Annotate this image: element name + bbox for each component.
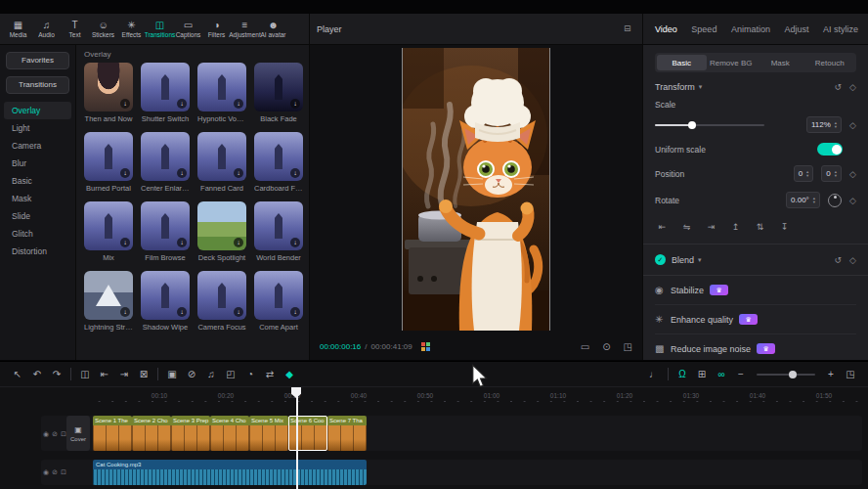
transition-card[interactable]: ↓Come Apart [254,271,303,332]
transition-card[interactable]: ↓Lightning Strike [84,271,133,332]
transition-card[interactable]: ↓Camera Focus [197,271,246,332]
sidebar-item-slide[interactable]: Slide [0,207,75,225]
subtab-remove-bg[interactable]: Remove BG [707,55,757,70]
zoom-in-icon[interactable]: + [821,365,841,384]
rotate-keyframe-icon[interactable]: ◇ [849,196,856,205]
reset-transform-icon[interactable]: ↺ [835,82,843,92]
caret-down-icon[interactable]: ▾ [835,125,837,129]
toolbar-media-button[interactable]: ▦Media [4,14,32,45]
chevron-down-icon[interactable]: ▾ [698,256,702,264]
track-mute-icon[interactable]: ⊘ [52,430,58,438]
reset-blend-icon[interactable]: ↺ [835,255,843,265]
link-clips-icon[interactable]: ∞ [712,365,731,384]
crop-icon[interactable]: ◰ [221,365,240,384]
track-toggle-icon[interactable]: ◉ [43,430,49,438]
toolbar-stickers-button[interactable]: ☺Stickers [89,14,117,45]
split-icon[interactable]: ◫ [75,365,95,384]
tab-animation[interactable]: Animation [731,24,770,34]
reduce-noise-row[interactable]: ▩ Reduce image noise ♛ [655,334,856,360]
transition-card[interactable]: ↓Film Browse [141,201,190,262]
align-right-button[interactable]: ⇥ [704,220,718,234]
stepper-carets[interactable]: ▴▾ [835,121,837,129]
caret-down-icon[interactable]: ▾ [806,174,808,178]
uniform-scale-toggle[interactable] [817,143,843,156]
subtab-mask[interactable]: Mask [756,55,805,70]
stabilize-row[interactable]: ◉ Stabilize ♛ [655,276,856,305]
transition-card[interactable]: ↓Fanned Card [197,132,246,193]
align-middle-v-button[interactable]: ⇅ [753,220,767,234]
trim-right-icon[interactable]: ⇥ [114,365,134,384]
toolbar-filters-button[interactable]: ◑Filters [202,14,231,45]
toolbar-effects-button[interactable]: ✳Effects [117,14,146,45]
video-clip[interactable]: Scene 4 Cho [210,416,249,451]
caret-down-icon[interactable]: ▾ [813,200,815,204]
tab-speed[interactable]: Speed [691,24,716,34]
undo-icon[interactable]: ↶ [27,365,47,384]
scale-value-input[interactable]: 112%▴▾ [806,116,842,133]
position-keyframe-icon[interactable]: ◇ [849,169,856,179]
sidebar-button-transitions[interactable]: Transitions [6,76,69,94]
mirror-icon[interactable]: ⇄ [260,365,280,384]
toolbar-transitions-button[interactable]: ◫Transitions [146,14,174,45]
transition-card[interactable]: ↓World Bender [254,201,303,262]
align-bottom-button[interactable]: ↧ [777,220,792,234]
sidebar-item-distortion[interactable]: Distortion [0,243,75,260]
transform-keyframe-icon[interactable]: ◇ [849,82,856,92]
transition-card[interactable]: ↓Center Enlarge [141,132,190,193]
video-clip-selected[interactable]: Scene 6 Coo [288,416,327,451]
sidebar-item-mask[interactable]: Mask [0,190,75,207]
toolbar-adjustment-button[interactable]: ≡Adjustment [231,14,259,45]
sidebar-button-favorites[interactable]: Favorites [6,52,69,69]
scale-keyframe-icon[interactable]: ◇ [849,120,856,130]
tab-ai-stylize[interactable]: AI stylize [823,24,858,34]
subtab-retouch[interactable]: Retouch [805,55,855,70]
tab-adjust[interactable]: Adjust [784,24,808,34]
trim-left-icon[interactable]: ⇤ [95,365,114,384]
video-preview[interactable] [402,48,550,331]
stepper-carets[interactable]: ▴▾ [835,170,837,178]
stepper-carets[interactable]: ▴▾ [806,170,808,178]
blend-keyframe-icon[interactable]: ◇ [849,255,856,265]
position-x-input[interactable]: 0▴▾ [794,165,814,182]
chevron-down-icon[interactable]: ▾ [699,83,703,91]
video-clip[interactable]: Scene 7 Tha [327,416,367,451]
voiceover-mic-icon[interactable]: ♩ [644,365,664,384]
toolbar-ai-avatar-button[interactable]: ☻AI avatar [259,14,287,45]
sidebar-item-basic[interactable]: Basic [0,172,75,190]
transition-card[interactable]: ↓Mix [84,201,133,262]
track-mute-icon[interactable]: ⊘ [52,468,58,476]
select-tool-icon[interactable]: ↖ [8,365,27,384]
transition-card[interactable]: ↓Deck Spotlight [197,201,246,262]
playhead[interactable] [296,387,298,489]
cover-button[interactable]: ▣ Cover [66,416,90,451]
zoom-slider-knob[interactable] [789,371,797,378]
video-clip[interactable]: Scene 2 Cho [132,416,171,451]
toolbar-captions-button[interactable]: ▭Captions [174,14,202,45]
scale-slider[interactable] [655,124,764,126]
audio-clip[interactable]: Cat Cooking.mp3 [93,460,367,485]
sidebar-item-light[interactable]: Light [0,119,75,137]
sidebar-item-glitch[interactable]: Glitch [0,225,75,243]
transition-card[interactable]: ↓Hypnotic Vortex [197,63,246,123]
zoom-out-icon[interactable]: − [731,365,751,384]
track-toggle-icon[interactable]: ◉ [43,468,49,476]
fullscreen-icon[interactable]: ◳ [624,341,632,352]
position-y-input[interactable]: 0▴▾ [821,165,842,182]
transition-card[interactable]: ↓Black Fade [254,63,303,123]
align-center-h-button[interactable]: ⇋ [679,220,694,234]
enhance-quality-row[interactable]: ✳ Enhance quality ♛ [655,305,856,334]
toolbar-text-button[interactable]: TText [61,14,89,45]
subtab-basic[interactable]: Basic [657,55,707,70]
tab-video[interactable]: Video [655,24,677,34]
toolbar-audio-button[interactable]: ♫Audio [32,14,61,45]
fit-timeline-icon[interactable]: ◳ [841,365,860,384]
detach-audio-icon[interactable]: ♫ [201,365,221,384]
transition-card[interactable]: ↓Then and Now [84,63,133,123]
sidebar-item-blur[interactable]: Blur [0,155,75,172]
delete-icon[interactable]: ⊠ [134,365,153,384]
transition-card[interactable]: ↓Shutter Switch [141,63,190,123]
track-lock-icon[interactable]: ⊡ [61,430,66,438]
rotate-knob[interactable] [828,194,842,207]
scale-slider-knob[interactable] [688,121,696,129]
sidebar-item-camera[interactable]: Camera [0,137,75,155]
